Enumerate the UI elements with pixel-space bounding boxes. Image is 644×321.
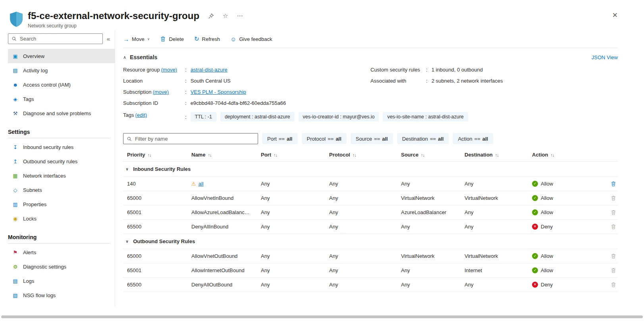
sidebar-item[interactable]: ◈ Tags	[8, 92, 115, 106]
tags-edit-link[interactable]: (edit)	[135, 112, 147, 118]
azure-nsg-blade: f5-ce-external-network-security-group ☆ …	[0, 0, 644, 321]
delete-rule-icon[interactable]	[611, 209, 616, 215]
destination-cell: Any	[465, 282, 532, 288]
table-row[interactable]: 65500 DenyAllOutBound Any Any Any Any ✕D	[123, 278, 618, 292]
sidebar-item-label: Diagnose and solve problems	[23, 110, 91, 116]
table-row[interactable]: 65500 DenyAllInBound Any Any Any Any ✕De	[123, 220, 618, 234]
title-block: f5-ce-external-network-security-group ☆ …	[28, 10, 243, 29]
delete-rule-icon[interactable]	[611, 195, 616, 201]
favorite-star-icon[interactable]: ☆	[223, 12, 228, 19]
sidebar-item[interactable]: ◉ Locks	[8, 211, 115, 226]
source-cell: Any	[401, 181, 465, 187]
essentials-field: Location South Central US	[123, 78, 370, 84]
sidebar-item[interactable]: ☻ Access control (IAM)	[8, 77, 115, 92]
sidebar-searchbox	[8, 33, 103, 44]
action-cell: ✓Allow	[532, 181, 592, 187]
sidebar-item-icon: ◉	[12, 216, 19, 222]
rule-name: AllowAzureLoadBalanc…	[191, 209, 250, 215]
filter-by-name-input[interactable]	[134, 135, 255, 142]
tag-chip[interactable]: TTL : -1	[191, 112, 216, 122]
field-value-link[interactable]: astral-dist-azure	[191, 67, 228, 73]
rule-name-link[interactable]: all	[199, 181, 204, 187]
table-row[interactable]: 65000 AllowVnetInBound Any Any VirtualNe…	[123, 191, 618, 205]
delete-rule-icon[interactable]	[611, 253, 616, 259]
column-header[interactable]: Priority↑↓	[127, 152, 191, 158]
sidebar-item[interactable]: ▥ Properties	[8, 197, 115, 211]
sidebar-item-icon: ◇	[12, 187, 19, 193]
sidebar-item-icon: ▦	[12, 173, 19, 179]
sidebar-item-icon: ☻	[12, 82, 19, 88]
sidebar-item[interactable]: ⚑ Alerts	[8, 245, 115, 259]
allow-icon: ✓	[532, 267, 538, 273]
destination-cell: VirtualNetwork	[465, 253, 532, 259]
filter-pill[interactable]: Port==all	[262, 133, 298, 144]
json-view-link[interactable]: JSON View	[592, 54, 618, 60]
filter-pills: Port==all Protocol==all Source==all Dest…	[262, 133, 493, 144]
essentials-field: Associated with 2 subnets, 2 network int…	[370, 78, 618, 84]
move-icon: →	[123, 36, 129, 43]
pin-icon[interactable]	[208, 13, 214, 19]
filter-pill[interactable]: Source==all	[351, 133, 393, 144]
column-header[interactable]: Name↑↓	[191, 152, 261, 158]
source-cell: VirtualNetwork	[401, 195, 465, 201]
move-button[interactable]: → Move ∨	[123, 36, 150, 43]
sidebar-item[interactable]: ▤ Logs	[8, 274, 115, 288]
name-cell: AllowVnetInBound	[191, 195, 261, 201]
tag-chip[interactable]: ves-io-creator-id : mayur@ves.io	[299, 112, 379, 122]
horizontal-scrollbar[interactable]	[1, 315, 643, 318]
sidebar: « ▣ Overview ▤ Activity log	[0, 30, 115, 307]
sidebar-item[interactable]: ◇ Subnets	[8, 183, 115, 197]
priority-cell: 65000	[127, 253, 191, 259]
column-header[interactable]: Protocol↑↓	[329, 152, 401, 158]
table-row[interactable]: 140 ⚠ all Any Any Any Any ✓Allow	[123, 177, 618, 191]
filter-pill[interactable]: Action==all	[453, 133, 493, 144]
sidebar-collapse-icon[interactable]: «	[107, 35, 110, 42]
column-header[interactable]: Destination↑↓	[465, 152, 532, 158]
sidebar-item-label: Outbound security rules	[23, 159, 77, 164]
sort-icon: ↑↓	[208, 153, 211, 157]
sidebar-item-icon: ▥	[12, 201, 19, 207]
outbound-rules-group-header[interactable]: ∨ Outbound Security Rules	[123, 234, 618, 249]
field-action-link[interactable]: (move)	[153, 89, 169, 95]
column-header[interactable]: Port↑↓	[261, 152, 329, 158]
field-value-link[interactable]: VES PLM - Sponsorship	[191, 89, 246, 95]
destination-cell: Any	[465, 209, 532, 215]
refresh-button[interactable]: ↻ Refresh	[194, 35, 220, 43]
priority-cell: 65001	[127, 267, 191, 273]
more-options-icon[interactable]: ⋯	[237, 12, 243, 19]
sidebar-item-label: Properties	[23, 201, 46, 207]
settings-section-title: Settings	[8, 127, 115, 138]
sidebar-item[interactable]: ▦ Network interfaces	[8, 168, 115, 183]
sidebar-item[interactable]: ▧ NSG flow logs	[8, 288, 115, 302]
table-row[interactable]: 65001 AllowInternetOutBound Any Any Any …	[123, 263, 618, 278]
sidebar-search-input[interactable]	[19, 35, 99, 42]
filter-pill[interactable]: Protocol==all	[302, 133, 347, 144]
close-icon[interactable]: ✕	[612, 11, 618, 19]
inbound-rules-group-header[interactable]: ∨ Inbound Security Rules	[123, 162, 618, 177]
sidebar-item[interactable]: ▣ Overview	[8, 49, 115, 63]
sidebar-item[interactable]: ↥ Outbound security rules	[8, 154, 115, 168]
delete-button[interactable]: Delete	[160, 36, 184, 42]
field-value: e9cbbd48-704d-4dfa-bf62-60edda755a66	[191, 100, 286, 106]
delete-rule-icon[interactable]	[611, 181, 616, 187]
sidebar-item[interactable]: ⚙ Diagnostic settings	[8, 259, 115, 274]
sidebar-item[interactable]: ↧ Inbound security rules	[8, 140, 115, 154]
row-actions-cell	[601, 209, 618, 215]
sidebar-item[interactable]: ⚒ Diagnose and solve problems	[8, 106, 115, 120]
field-action-link[interactable]: (move)	[161, 67, 177, 73]
feedback-button[interactable]: ☺ Give feedback	[230, 36, 272, 43]
tag-chip[interactable]: deployment : astral-dist-azure	[220, 112, 295, 122]
tag-chip[interactable]: ves-io-site-name : astral-dist-azure	[383, 112, 468, 122]
delete-rule-icon[interactable]	[611, 282, 616, 288]
essentials-title[interactable]: Essentials	[130, 54, 157, 60]
column-header[interactable]: Action↑↓	[532, 152, 554, 158]
table-row[interactable]: 65001 AllowAzureLoadBalanc… Any Any Azur…	[123, 205, 618, 220]
sidebar-item[interactable]: ▤ Activity log	[8, 63, 115, 77]
column-header[interactable]: Source↑↓	[401, 152, 465, 158]
delete-rule-icon[interactable]	[611, 267, 616, 273]
table-row[interactable]: 65000 AllowVnetOutBound Any Any VirtualN…	[123, 249, 618, 263]
sort-icon: ↑↓	[495, 153, 499, 157]
chevron-up-icon[interactable]: ∧	[123, 55, 126, 60]
filter-pill[interactable]: Destination==all	[397, 133, 449, 144]
delete-rule-icon[interactable]	[611, 224, 616, 230]
